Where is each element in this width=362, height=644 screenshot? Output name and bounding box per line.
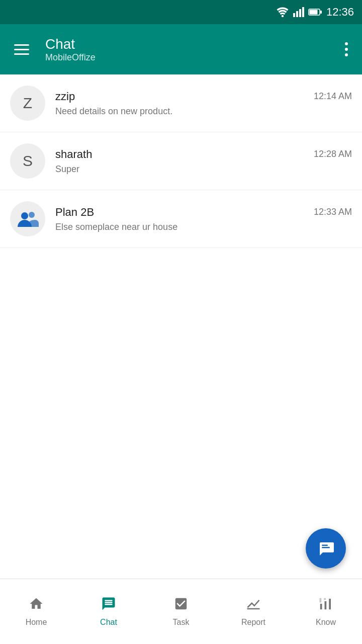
- svg-rect-12: [247, 608, 260, 610]
- overflow-menu-button[interactable]: [341, 38, 352, 60]
- overflow-dot-2: [345, 48, 348, 51]
- nav-item-chat[interactable]: Chat: [72, 579, 145, 644]
- nav-label-home: Home: [26, 618, 47, 627]
- chat-time-sharath: 12:28 AM: [314, 149, 352, 159]
- svg-point-0: [282, 15, 284, 17]
- chat-preview-sharath: Super: [55, 164, 352, 175]
- svg-rect-3: [299, 9, 301, 17]
- chat-time-zzip: 12:14 AM: [314, 91, 352, 102]
- chat-name-plan2b: Plan 2B: [55, 206, 94, 219]
- svg-rect-7: [320, 11, 322, 14]
- app-bar-title: Chat: [45, 36, 341, 52]
- overflow-dot-3: [345, 53, 348, 56]
- app-bar-title-group: Chat MobileOffize: [45, 36, 341, 63]
- chat-icon: [101, 596, 116, 615]
- nav-label-report: Report: [241, 618, 265, 627]
- nav-item-task[interactable]: Task: [145, 579, 217, 644]
- chat-item-sharath[interactable]: S sharath 12:28 AM Super: [0, 132, 362, 190]
- task-icon: [173, 596, 189, 615]
- menu-line-3: [14, 53, 29, 55]
- nav-item-home[interactable]: Home: [0, 579, 72, 644]
- app-bar-subtitle: MobileOffize: [45, 52, 341, 63]
- avatar-plan2b: [10, 201, 45, 236]
- chat-item-plan2b[interactable]: Plan 2B 12:33 AM Else someplace near ur …: [0, 190, 362, 248]
- svg-point-8: [21, 212, 28, 219]
- report-icon: [246, 596, 261, 615]
- status-bar: 12:36: [0, 0, 362, 24]
- chat-preview-zzip: Need details on new product.: [55, 106, 352, 117]
- chat-bubble-icon: [316, 538, 336, 558]
- nav-label-chat: Chat: [100, 618, 117, 627]
- chat-time-plan2b: 12:33 AM: [314, 207, 352, 217]
- battery-icon: [308, 8, 322, 16]
- chat-name-zzip: zzip: [55, 90, 75, 103]
- wifi-icon: [276, 7, 289, 17]
- svg-rect-14: [325, 601, 327, 609]
- chat-info-zzip: zzip 12:14 AM Need details on new produc…: [55, 90, 352, 117]
- home-icon: [29, 596, 44, 615]
- chat-name-row-zzip: zzip 12:14 AM: [55, 90, 352, 103]
- svg-rect-1: [293, 13, 295, 17]
- app-bar: Chat MobileOffize: [0, 24, 362, 74]
- avatar-sharath: S: [10, 143, 45, 179]
- svg-rect-10: [322, 547, 330, 548]
- svg-rect-15: [329, 599, 331, 609]
- avatar-zzip: Z: [10, 86, 45, 121]
- chat-list: Z zzip 12:14 AM Need details on new prod…: [0, 74, 362, 248]
- new-chat-fab[interactable]: [306, 528, 346, 569]
- nav-label-task: Task: [173, 618, 190, 627]
- chat-info-sharath: sharath 12:28 AM Super: [55, 148, 352, 175]
- svg-rect-16: [320, 598, 322, 603]
- chat-item-zzip[interactable]: Z zzip 12:14 AM Need details on new prod…: [0, 74, 362, 132]
- nav-item-know[interactable]: Know: [290, 579, 362, 644]
- overflow-dot-1: [345, 42, 348, 45]
- chat-info-plan2b: Plan 2B 12:33 AM Else someplace near ur …: [55, 206, 352, 232]
- nav-label-know: Know: [316, 618, 336, 627]
- bottom-navigation: Home Chat Task Report Know: [0, 579, 362, 644]
- chat-preview-plan2b: Else someplace near ur house: [55, 222, 352, 232]
- svg-rect-4: [302, 7, 304, 17]
- svg-rect-6: [309, 10, 317, 15]
- menu-line-1: [14, 44, 29, 46]
- svg-rect-13: [320, 604, 322, 609]
- svg-rect-11: [322, 545, 328, 546]
- nav-item-report[interactable]: Report: [217, 579, 290, 644]
- menu-line-2: [14, 49, 29, 50]
- chat-name-sharath: sharath: [55, 148, 92, 161]
- svg-rect-2: [296, 11, 298, 17]
- chat-name-row-sharath: sharath 12:28 AM: [55, 148, 352, 161]
- signal-icon: [293, 7, 304, 17]
- status-time: 12:36: [326, 6, 354, 19]
- svg-point-9: [29, 212, 35, 218]
- status-icons: 12:36: [276, 6, 354, 19]
- menu-button[interactable]: [10, 40, 33, 59]
- svg-rect-17: [324, 598, 326, 600]
- know-icon: [318, 596, 333, 615]
- chat-name-row-plan2b: Plan 2B 12:33 AM: [55, 206, 352, 219]
